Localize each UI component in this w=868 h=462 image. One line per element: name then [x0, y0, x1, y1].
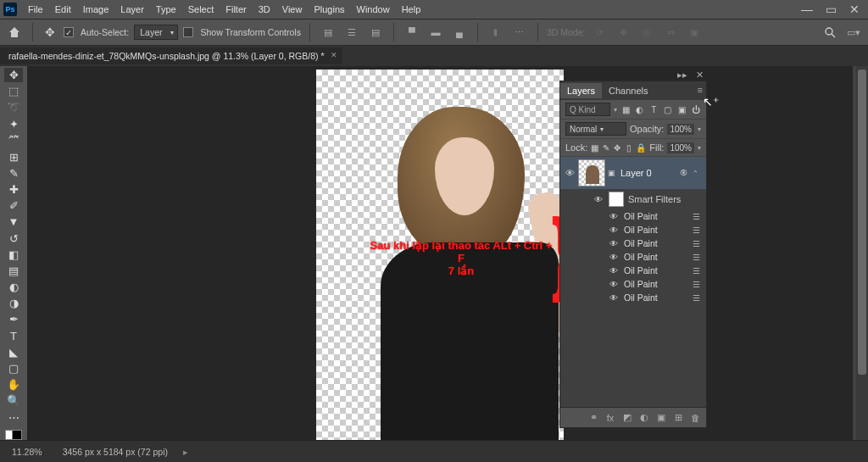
menu-filter[interactable]: Filter	[220, 3, 252, 16]
align-left-icon[interactable]: ▤	[319, 23, 337, 42]
visibility-toggle-icon[interactable]: 👁	[564, 168, 576, 178]
history-brush-tool[interactable]: ↺	[4, 231, 23, 246]
tab-layers[interactable]: Layers	[560, 83, 602, 98]
eyedropper-tool[interactable]: ✎	[4, 166, 23, 181]
auto-select-dropdown[interactable]: Layer	[134, 25, 178, 40]
filter-row[interactable]: 👁Oil Paint☰	[560, 223, 706, 237]
layer-filter-search[interactable]: Q Kind	[565, 103, 610, 116]
pen-tool[interactable]: ✒	[4, 312, 23, 326]
marquee-tool[interactable]: ⬚	[4, 84, 23, 98]
edit-toolbar[interactable]: ⋯	[4, 409, 23, 424]
filter-mask-thumbnail[interactable]	[609, 192, 624, 207]
window-minimize-icon[interactable]: —	[797, 3, 817, 16]
group-icon[interactable]: ▣	[655, 412, 667, 424]
panel-collapse-icon[interactable]: ▸▸	[677, 70, 687, 81]
menu-image[interactable]: Image	[77, 3, 115, 16]
status-flyout-icon[interactable]: ▸	[183, 447, 188, 457]
panel-flyout-icon[interactable]: ≡	[698, 85, 703, 95]
filter-shape-icon[interactable]: ▢	[662, 103, 673, 115]
lock-artboard-icon[interactable]: ▯	[625, 142, 632, 153]
window-restore-icon[interactable]: ▭	[821, 3, 841, 16]
lock-all-icon[interactable]: 🔒	[636, 142, 646, 153]
align-right-icon[interactable]: ▤	[366, 23, 385, 42]
shape-tool[interactable]: ▢	[4, 361, 23, 376]
tab-channels[interactable]: Channels	[602, 83, 654, 98]
align-bottom-icon[interactable]: ▄	[450, 23, 469, 42]
menu-layer[interactable]: Layer	[114, 3, 150, 16]
layer-effects-icon[interactable]: ⦿	[680, 169, 690, 177]
menu-view[interactable]: View	[276, 3, 309, 16]
filter-row[interactable]: 👁Oil Paint☰	[560, 291, 706, 304]
menu-edit[interactable]: Edit	[49, 3, 77, 16]
filter-blend-options-icon[interactable]: ☰	[693, 225, 703, 235]
workspace-switcher-icon[interactable]: ▭▾	[844, 23, 863, 42]
canvas-area[interactable]: Sau khi lặp lại thao tác ALt + Ctrl + F …	[27, 66, 853, 440]
align-center-v-icon[interactable]: ▬	[426, 23, 445, 42]
brush-tool[interactable]: ✐	[4, 198, 23, 213]
color-swatches[interactable]	[5, 430, 22, 440]
filter-smart-icon[interactable]: ▣	[676, 103, 687, 115]
filter-row[interactable]: 👁Oil Paint☰	[560, 209, 706, 223]
path-tool[interactable]: ◣	[4, 345, 23, 359]
search-icon[interactable]	[821, 23, 839, 42]
new-layer-icon[interactable]: ⊞	[672, 412, 684, 424]
layer-name[interactable]: Layer 0	[620, 168, 677, 178]
visibility-toggle-icon[interactable]: 👁	[609, 225, 620, 235]
lock-transparency-icon[interactable]: ▦	[591, 142, 598, 153]
visibility-toggle-icon[interactable]: 👁	[609, 239, 620, 248]
layer-thumbnail[interactable]	[578, 159, 605, 186]
filter-row[interactable]: 👁Oil Paint☰	[560, 250, 706, 264]
layer-item-layer0[interactable]: 👁 ▣ Layer 0 ⦿ ⌃	[560, 157, 706, 189]
fill-value[interactable]: 100%	[667, 142, 694, 153]
filter-blend-options-icon[interactable]: ☰	[693, 293, 703, 303]
filter-blend-options-icon[interactable]: ☰	[693, 253, 703, 262]
filter-row[interactable]: 👁Oil Paint☰	[560, 264, 706, 277]
gradient-tool[interactable]: ▤	[4, 264, 23, 278]
vertical-scrollbar[interactable]	[856, 66, 868, 440]
document-tab[interactable]: rafaella-mendes-diniz-et_78QkMMQs-unspla…	[0, 47, 342, 64]
window-close-icon[interactable]: ✕	[844, 3, 865, 16]
adjustment-layer-icon[interactable]: ◐	[638, 412, 650, 424]
document-canvas[interactable]: Sau khi lặp lại thao tác ALt + Ctrl + F …	[316, 70, 564, 440]
menu-file[interactable]: File	[22, 3, 49, 16]
lock-pixels-icon[interactable]: ✎	[603, 142, 610, 153]
document-tab-close-icon[interactable]: ✕	[331, 51, 337, 59]
lasso-tool[interactable]: ➰	[4, 100, 23, 114]
opacity-value[interactable]: 100%	[667, 124, 694, 135]
filter-blend-options-icon[interactable]: ☰	[693, 266, 703, 276]
show-transform-checkbox[interactable]	[183, 27, 193, 37]
stamp-tool[interactable]: ▼	[4, 214, 23, 229]
frame-tool[interactable]: ⊞	[4, 150, 23, 164]
layer-mask-icon[interactable]: ◩	[621, 412, 633, 424]
layer-collapse-icon[interactable]: ⌃	[693, 170, 703, 177]
zoom-level[interactable]: 11.28%	[7, 445, 47, 459]
home-button[interactable]	[5, 23, 24, 42]
visibility-toggle-icon[interactable]: 👁	[609, 212, 620, 221]
blur-tool[interactable]: ◐	[4, 280, 23, 294]
visibility-toggle-icon[interactable]: 👁	[609, 266, 620, 276]
hand-tool[interactable]: ✋	[4, 377, 23, 392]
filter-adjust-icon[interactable]: ◐	[634, 103, 645, 115]
visibility-toggle-icon[interactable]: 👁	[609, 280, 620, 289]
dodge-tool[interactable]: ◑	[4, 296, 23, 310]
distribute-h-icon[interactable]: ⫴	[487, 23, 505, 42]
filter-blend-options-icon[interactable]: ☰	[693, 212, 703, 221]
filter-type-icon[interactable]: T	[648, 103, 659, 115]
filter-pixel-icon[interactable]: ▦	[620, 103, 632, 115]
align-center-h-icon[interactable]: ☰	[342, 23, 361, 42]
type-tool[interactable]: T	[4, 329, 23, 343]
smart-filters-row[interactable]: 👁 Smart Filters	[560, 189, 706, 209]
doc-info[interactable]: 3456 px x 5184 px (72 ppi)	[58, 445, 173, 459]
quick-select-tool[interactable]: ✦	[4, 117, 23, 131]
delete-layer-icon[interactable]: 🗑	[689, 412, 701, 424]
filter-toggle-icon[interactable]: ⏻	[690, 103, 701, 115]
link-layers-icon[interactable]: ⚭	[587, 412, 599, 424]
menu-select[interactable]: Select	[182, 3, 220, 16]
menu-window[interactable]: Window	[351, 3, 396, 16]
healing-tool[interactable]: ✚	[4, 182, 23, 197]
visibility-toggle-icon[interactable]: 👁	[609, 293, 620, 303]
blend-mode-dropdown[interactable]: Normal	[565, 122, 626, 136]
zoom-tool[interactable]: 🔍	[4, 393, 23, 408]
panel-close-icon[interactable]: ✕	[696, 70, 704, 81]
menu-help[interactable]: Help	[396, 3, 427, 16]
